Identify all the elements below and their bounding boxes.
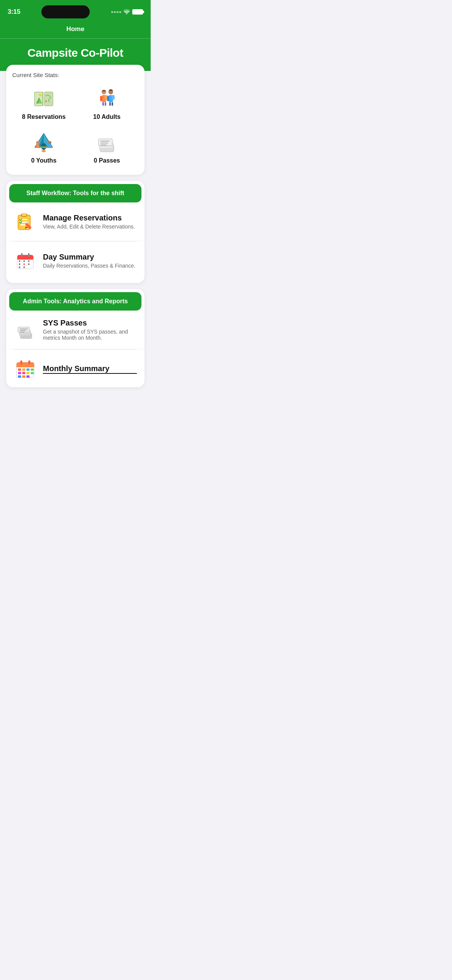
manage-reservations-text: Manage Reservations View, Add, Edit & De… <box>43 214 137 230</box>
svg-rect-82 <box>26 375 30 378</box>
manage-reservations-icon <box>14 210 37 233</box>
svg-rect-12 <box>105 102 106 106</box>
svg-rect-1 <box>44 92 53 106</box>
svg-rect-17 <box>109 102 111 106</box>
svg-rect-47 <box>28 253 30 257</box>
manage-reservations-item[interactable]: Manage Reservations View, Add, Edit & De… <box>6 202 145 241</box>
svg-point-59 <box>19 266 20 268</box>
app-title: Campsite Co-Pilot <box>8 46 143 59</box>
svg-rect-69 <box>16 366 34 367</box>
svg-rect-80 <box>18 375 21 378</box>
svg-point-53 <box>19 260 20 262</box>
svg-rect-45 <box>17 258 33 260</box>
svg-point-57 <box>23 263 25 265</box>
stats-grid: 8 Reservations <box>12 84 138 167</box>
sys-passes-item[interactable]: SYS Passes Get a snapshot of SYS passes,… <box>6 311 145 349</box>
svg-rect-24 <box>36 144 39 148</box>
svg-point-54 <box>23 260 25 262</box>
svg-point-6 <box>45 100 47 102</box>
staff-section-header[interactable]: Staff Workflow: Tools for the shift <box>9 184 141 202</box>
nav-bar: Home <box>0 21 151 39</box>
sys-passes-title: SYS Passes <box>43 319 137 327</box>
monthly-summary-text: Monthly Summary <box>43 364 137 374</box>
svg-rect-79 <box>31 372 34 374</box>
sys-passes-desc: Get a snapshot of SYS passes, and metric… <box>43 329 137 341</box>
svg-rect-11 <box>102 102 104 106</box>
dynamic-island <box>41 5 90 18</box>
svg-rect-26 <box>48 144 51 148</box>
sys-passes-icon <box>14 318 37 341</box>
svg-rect-75 <box>31 368 34 371</box>
svg-point-60 <box>23 266 25 268</box>
svg-rect-16 <box>112 95 115 100</box>
scroll-content: Current Site Stats: <box>0 65 151 409</box>
status-time: 3:15 <box>8 8 20 16</box>
adults-label: 10 Adults <box>93 113 120 120</box>
passes-icon <box>95 130 119 155</box>
day-summary-icon <box>14 249 37 272</box>
stat-youths: 0 Youths <box>12 127 76 167</box>
svg-rect-71 <box>28 360 30 364</box>
monthly-summary-title: Monthly Summary <box>43 364 137 374</box>
svg-rect-72 <box>18 368 21 371</box>
svg-rect-15 <box>107 96 109 101</box>
youths-icon <box>31 130 56 155</box>
monthly-summary-item[interactable]: Monthly Summary <box>6 350 145 384</box>
svg-rect-36 <box>22 214 26 216</box>
svg-rect-70 <box>20 360 22 364</box>
staff-section-wrapper: Staff Workflow: Tools for the shift <box>6 181 145 283</box>
svg-point-5 <box>39 94 41 96</box>
svg-point-23 <box>36 141 39 144</box>
manage-reservations-title: Manage Reservations <box>43 214 137 222</box>
wifi-icon <box>123 9 130 15</box>
stat-reservations: 8 Reservations <box>12 84 76 123</box>
status-bar: 3:15 <box>0 0 151 21</box>
signal-icon <box>111 11 121 13</box>
svg-rect-39 <box>20 224 26 225</box>
day-summary-text: Day Summary Daily Reservations, Passes &… <box>43 253 137 269</box>
svg-rect-81 <box>22 375 25 378</box>
day-summary-item[interactable]: Day Summary Daily Reservations, Passes &… <box>6 242 145 280</box>
svg-rect-46 <box>21 253 23 257</box>
stats-card: Current Site Stats: <box>6 65 145 175</box>
svg-point-55 <box>28 260 30 262</box>
reservations-icon <box>31 87 56 111</box>
sys-passes-text: SYS Passes Get a snapshot of SYS passes,… <box>43 319 137 341</box>
staff-header-text: Staff Workflow: Tools for the shift <box>26 190 124 196</box>
admin-section-header[interactable]: Admin Tools: Analytics and Reports <box>9 292 141 311</box>
day-summary-desc: Daily Reservations, Passes & Finance. <box>43 263 137 269</box>
adults-icon <box>95 87 119 111</box>
svg-point-56 <box>19 263 20 265</box>
svg-rect-78 <box>26 372 30 374</box>
day-summary-title: Day Summary <box>43 253 137 261</box>
svg-rect-74 <box>26 368 30 371</box>
manage-reservations-desc: View, Add, Edit & Delete Reservations. <box>43 224 137 230</box>
svg-point-58 <box>28 263 30 265</box>
svg-rect-18 <box>112 102 113 106</box>
nav-title: Home <box>66 25 84 33</box>
svg-rect-77 <box>22 372 25 374</box>
battery-icon <box>132 9 143 15</box>
stats-label: Current Site Stats: <box>12 72 138 78</box>
status-icons <box>111 9 143 15</box>
stat-adults: 10 Adults <box>76 84 139 123</box>
svg-rect-63 <box>18 327 30 332</box>
svg-point-25 <box>48 141 51 144</box>
admin-section-wrapper: Admin Tools: Analytics and Reports SYS P… <box>6 289 145 387</box>
youths-label: 0 Youths <box>31 157 56 164</box>
passes-label: 0 Passes <box>94 157 120 164</box>
monthly-summary-icon <box>14 357 37 380</box>
reservations-label: 8 Reservations <box>22 113 66 120</box>
svg-rect-73 <box>22 368 25 371</box>
admin-header-text: Admin Tools: Analytics and Reports <box>23 298 128 304</box>
stat-passes: 0 Passes <box>76 127 139 167</box>
svg-rect-76 <box>18 372 21 374</box>
svg-rect-9 <box>100 96 102 101</box>
